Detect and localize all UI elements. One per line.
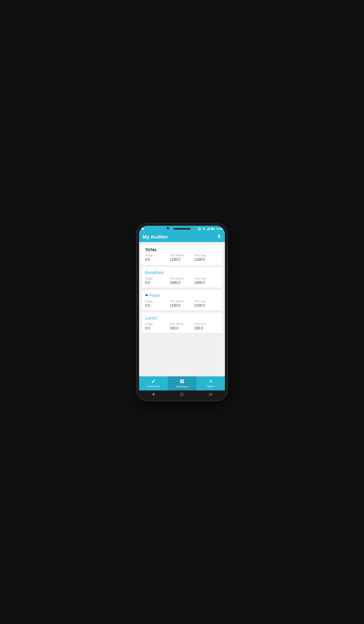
breakfast-month-header: This Month: [170, 277, 194, 280]
breakfast-month-value: 1000.0: [170, 281, 194, 285]
total-month-header: This Month: [170, 254, 194, 257]
nav-transaction[interactable]: Transaction: [139, 376, 168, 390]
breakfast-year-header: This Year: [194, 277, 219, 280]
transaction-icon: [151, 379, 156, 384]
breakfast-card[interactable]: Breakfast Today 0.0 This Month 1000.0 Th…: [142, 267, 222, 288]
nav-report[interactable]: Report: [196, 376, 225, 390]
food-today-value: 0.0: [145, 304, 170, 308]
lunch-year-header: This Year: [194, 322, 219, 326]
report-label: Report: [207, 385, 214, 388]
dashboard-label: Dashboard: [176, 385, 188, 388]
lunch-month-value: 100.0: [170, 326, 194, 330]
food-stats: Today 0.0 This Month 1100.0 This Year 11…: [145, 300, 219, 308]
dashboard-icon: [180, 379, 184, 385]
breakfast-today-col: Today 0.0: [145, 277, 170, 285]
food-title: Food: [145, 293, 219, 298]
phone-screen: 8:49 My Auditor TOTAL: [139, 226, 225, 398]
status-time: 8:49: [217, 227, 222, 231]
back-button[interactable]: [152, 393, 154, 396]
bottom-nav: Transaction Dashboard: [139, 376, 225, 390]
lunch-today-col: Today 0.0: [145, 322, 170, 330]
breakfast-year-col: This Year 1000.0: [194, 277, 219, 285]
total-stats-row: Today 0.0 This Month 1100.0 This Year 11…: [145, 254, 219, 261]
total-year-header: This Year: [194, 254, 219, 257]
lunch-year-col: This Year 100.0: [194, 322, 219, 330]
lunch-today-value: 0.0: [145, 326, 170, 330]
report-icon: [208, 379, 213, 384]
food-today-header: Today: [145, 300, 170, 303]
food-year-value: 1100.0: [194, 304, 219, 308]
breakfast-today-value: 0.0: [145, 281, 170, 285]
food-today-col: Today 0.0: [145, 300, 170, 308]
total-section: TOTAL Today 0.0 This Month 1100.0 This Y…: [142, 245, 222, 265]
total-today-value: 0.0: [145, 258, 170, 261]
food-month-col: This Month 1100.0: [170, 300, 194, 308]
total-today-header: Today: [145, 254, 170, 257]
main-content: TOTAL Today 0.0 This Month 1100.0 This Y…: [139, 242, 225, 376]
app-title: My Auditor: [143, 234, 168, 240]
food-year-col: This Year 1100.0: [194, 300, 219, 308]
total-month-value: 1100.0: [170, 258, 194, 261]
transaction-label: Transaction: [147, 385, 159, 388]
signal-icon: [207, 228, 210, 230]
home-button[interactable]: [180, 393, 183, 396]
breakfast-title: Breakfast: [145, 270, 219, 275]
no-signal-icon: [198, 227, 201, 230]
total-month-col: This Month 1100.0: [170, 254, 194, 261]
android-nav-bar: [139, 390, 225, 398]
food-year-header: This Year: [194, 300, 219, 303]
lunch-year-value: 100.0: [194, 326, 219, 330]
app-screen: 8:49 My Auditor TOTAL: [139, 226, 225, 390]
food-month-header: This Month: [170, 300, 194, 303]
status-right: 8:49: [198, 227, 222, 231]
phone-side-button: [227, 262, 228, 273]
breakfast-today-header: Today: [145, 277, 170, 280]
breakfast-stats: Today 0.0 This Month 1000.0 This Year 10…: [145, 277, 219, 285]
nav-dashboard[interactable]: Dashboard: [168, 376, 196, 390]
lunch-title: Lunch: [145, 316, 219, 321]
total-today-col: Today 0.0: [145, 254, 170, 261]
phone-speaker: [173, 228, 191, 230]
food-month-value: 1100.0: [170, 304, 194, 308]
breakfast-year-value: 1000.0: [194, 281, 219, 285]
lunch-today-header: Today: [145, 322, 170, 326]
total-year-value: 1100.0: [194, 258, 219, 261]
upload-button[interactable]: [217, 234, 221, 240]
lunch-month-header: This Month: [170, 322, 194, 326]
status-left: [142, 228, 144, 230]
lunch-stats: Today 0.0 This Month 100.0 This Year 100…: [145, 322, 219, 330]
app-bar: My Auditor: [139, 232, 225, 242]
total-label: TOTAL: [145, 248, 219, 252]
wifi-icon: [202, 228, 206, 230]
lunch-month-col: This Month 100.0: [170, 322, 194, 330]
status-indicator: [142, 228, 144, 230]
food-card[interactable]: Food Today 0.0 This Month 1100.0 This Ye…: [142, 290, 222, 311]
lunch-card[interactable]: Lunch Today 0.0 This Month 100.0 This Ye…: [142, 313, 222, 333]
phone-device: 8:49 My Auditor TOTAL: [136, 223, 228, 401]
tag-icon: [145, 294, 148, 297]
recents-button[interactable]: [209, 393, 212, 396]
battery-icon: [211, 228, 215, 230]
phone-camera: [167, 227, 169, 229]
breakfast-month-col: This Month 1000.0: [170, 277, 194, 285]
total-year-col: This Year 1100.0: [194, 254, 219, 261]
